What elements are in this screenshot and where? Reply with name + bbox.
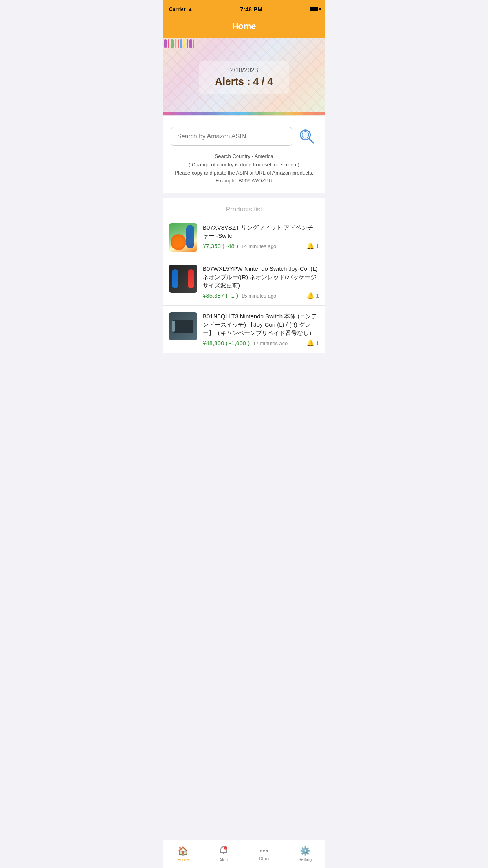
search-row [171,126,317,147]
banner-bottom-stripe [163,112,325,115]
svg-point-2 [302,132,309,138]
bell-icon: 🔔 [306,242,314,250]
banner-date: 2/18/2023 [215,67,273,74]
product-price-row: ¥7,350 ( -48 ) 14 minutes ago 🔔 1 [203,242,319,250]
banner-alerts: Alerts : 4 / 4 [215,75,273,88]
page-header: Home [163,17,325,38]
product-price-row: ¥35,387 ( -1 ) 15 minutes ago 🔔 1 [203,292,319,299]
product-item[interactable]: B07WXL5YPW Nintendo Switch Joy-Con(L) ネオ… [163,258,325,306]
banner-text-box: 2/18/2023 Alerts : 4 / 4 [199,61,288,94]
product-time: 15 minutes ago [241,293,276,299]
status-bar: Carrier ▲ 7:48 PM [163,0,325,17]
page-title: Home [232,21,256,31]
banner-top-decorations [163,38,325,50]
status-time: 7:48 PM [240,6,262,13]
search-info: Search Country - America ( Change of cou… [171,153,317,185]
product-info: B07WXL5YPW Nintendo Switch Joy-Con(L) ネオ… [203,265,319,299]
product-item[interactable]: B07XV8VSZT リングフィット アドベンチャー -Switch ¥7,35… [163,217,325,258]
search-input[interactable] [171,127,292,146]
bell-icon: 🔔 [306,339,314,347]
product-title: B07XV8VSZT リングフィット アドベンチャー -Switch [203,223,319,240]
search-button[interactable] [296,126,317,147]
bell-icon: 🔔 [306,292,314,299]
product-alert: 🔔 1 [306,339,319,347]
product-time: 17 minutes ago [253,340,288,346]
search-icon [298,127,316,145]
status-carrier: Carrier ▲ [169,6,193,12]
battery-icon [310,7,319,11]
search-example: Example: B0095WOZPU [171,177,317,185]
search-section: Search Country - America ( Change of cou… [163,116,325,193]
banner: 2/18/2023 Alerts : 4 / 4 [163,38,325,116]
wifi-icon: ▲ [188,6,193,12]
product-title: B07WXL5YPW Nintendo Switch Joy-Con(L) ネオ… [203,265,319,289]
products-header: Products list [163,198,325,217]
search-paste-info: Please copy and paste the ASIN or URL of… [171,169,317,177]
product-price: ¥48,800 ( -1,000 ) 17 minutes ago [203,340,288,346]
product-info: B01N5QLLT3 Nintendo Switch 本体 (ニンテンドースイッ… [203,312,319,347]
product-price-row: ¥48,800 ( -1,000 ) 17 minutes ago 🔔 1 [203,339,319,347]
search-country: Search Country - America [171,153,317,161]
product-image [169,265,197,293]
product-alert: 🔔 1 [306,292,319,299]
products-section: Products list B07XV8VSZT リングフィット アドベンチャー… [163,198,325,353]
svg-line-1 [309,139,314,143]
status-battery [310,7,319,11]
product-title: B01N5QLLT3 Nintendo Switch 本体 (ニンテンドースイッ… [203,312,319,337]
product-image [169,223,197,252]
product-price: ¥7,350 ( -48 ) 14 minutes ago [203,243,276,249]
product-alert: 🔔 1 [306,242,319,250]
product-price: ¥35,387 ( -1 ) 15 minutes ago [203,292,276,299]
search-change-info: ( Change of country is done from setting… [171,161,317,169]
product-item[interactable]: B01N5QLLT3 Nintendo Switch 本体 (ニンテンドースイッ… [163,306,325,353]
product-info: B07XV8VSZT リングフィット アドベンチャー -Switch ¥7,35… [203,223,319,250]
product-time: 14 minutes ago [241,243,276,249]
product-image [169,312,197,340]
